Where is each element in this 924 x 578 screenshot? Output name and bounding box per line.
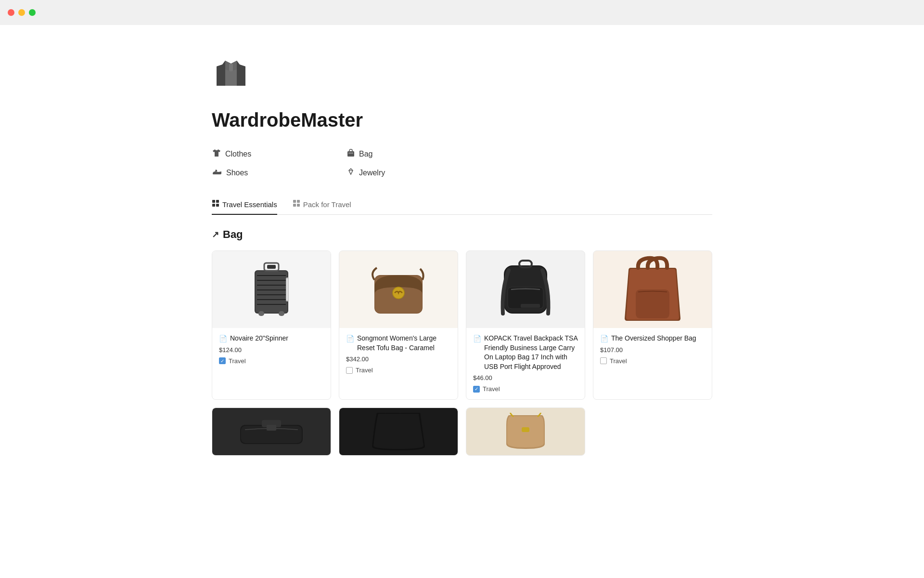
svg-rect-10 (293, 204, 296, 207)
svg-rect-1 (347, 151, 354, 157)
card-tag-3: Travel (483, 385, 500, 393)
card-price-2: $342.00 (346, 355, 451, 363)
section-title: Bag (223, 228, 243, 241)
category-shoes[interactable]: Shoes (212, 165, 318, 180)
jewelry-icon (346, 167, 355, 178)
card-fanny[interactable] (212, 407, 331, 456)
card-tag-4: Travel (610, 357, 627, 365)
svg-rect-24 (279, 311, 284, 316)
cards-grid-bottom (212, 407, 712, 456)
svg-rect-13 (256, 271, 287, 313)
svg-rect-18 (257, 294, 286, 295)
close-button[interactable] (8, 9, 14, 16)
card-price-4: $107.00 (600, 346, 705, 354)
cards-grid: 📄 Novaire 20"Spinner $124.00 Travel (212, 250, 712, 400)
card-image-luggage (212, 251, 331, 328)
shoes-icon (212, 168, 222, 178)
card-tag-row-2: Travel (346, 367, 451, 374)
card-doc-icon-1: 📄 (219, 335, 227, 342)
card-doc-icon-3: 📄 (473, 335, 481, 342)
svg-rect-26 (286, 278, 288, 301)
card-image-crossbody (339, 251, 458, 328)
card-content-shopper: 📄 The Oversized Shopper Bag $107.00 Trav… (593, 328, 712, 371)
card-price-3: $46.00 (473, 374, 578, 381)
card-shopper[interactable]: 📄 The Oversized Shopper Bag $107.00 Trav… (593, 250, 712, 400)
tabs-bar: Travel Essentials Pack for Travel (212, 199, 712, 215)
card-content-crossbody: 📄 Songmont Women's Large Reset Tofu Bag … (339, 328, 458, 381)
card-crossbody[interactable]: 📄 Songmont Women's Large Reset Tofu Bag … (339, 250, 458, 400)
card-name-4: The Oversized Shopper Bag (611, 334, 696, 343)
card-placeholder (593, 407, 712, 456)
svg-rect-39 (522, 427, 529, 432)
card-image-backpack (466, 251, 585, 328)
svg-rect-4 (212, 200, 215, 203)
card-shoulder-tan[interactable] (466, 407, 585, 456)
svg-rect-17 (257, 289, 286, 290)
svg-rect-16 (257, 285, 286, 286)
categories: Clothes Bag Shoes (212, 146, 452, 180)
svg-rect-6 (212, 204, 215, 207)
section-arrow-icon: ↗ (212, 229, 219, 240)
svg-rect-9 (297, 200, 300, 203)
card-doc-icon-2: 📄 (346, 335, 354, 342)
card-name-3: KOPACK Travel Backpack TSA Friendly Busi… (484, 334, 578, 371)
card-tag-2: Travel (356, 367, 373, 374)
svg-rect-8 (293, 200, 296, 203)
jewelry-label: Jewelry (359, 169, 385, 177)
card-tag-row-4: Travel (600, 357, 705, 365)
svg-rect-22 (267, 265, 276, 269)
category-jewelry[interactable]: Jewelry (346, 165, 452, 180)
svg-rect-5 (216, 200, 219, 203)
titlebar (0, 0, 924, 25)
svg-rect-34 (521, 304, 540, 308)
svg-rect-15 (257, 280, 286, 281)
app-icon (212, 54, 712, 98)
shoes-label: Shoes (226, 169, 248, 177)
minimize-button[interactable] (18, 9, 25, 16)
card-name-1: Novaire 20"Spinner (230, 334, 288, 343)
category-bag[interactable]: Bag (346, 146, 452, 161)
tab-grid-icon-2 (293, 199, 300, 209)
tab-pack-for-travel-label: Pack for Travel (303, 200, 351, 209)
card-checkbox-4[interactable] (600, 357, 607, 364)
svg-rect-20 (257, 304, 286, 305)
card-tag-row-1: Travel (219, 357, 324, 365)
card-checkbox-2[interactable] (346, 367, 353, 374)
tab-grid-icon-1 (212, 199, 219, 209)
card-price-1: $124.00 (219, 346, 324, 354)
app-title: WardrobeMaster (212, 109, 712, 131)
card-image-shopper (593, 251, 712, 328)
svg-rect-7 (216, 204, 219, 207)
svg-rect-19 (257, 299, 286, 300)
svg-rect-0 (229, 64, 233, 71)
svg-rect-23 (258, 311, 264, 316)
svg-rect-2 (348, 153, 353, 154)
maximize-button[interactable] (29, 9, 36, 16)
tab-travel-essentials[interactable]: Travel Essentials (212, 199, 277, 215)
card-checkbox-3[interactable] (473, 386, 480, 393)
tab-travel-essentials-label: Travel Essentials (222, 200, 277, 209)
card-content-backpack: 📄 KOPACK Travel Backpack TSA Friendly Bu… (466, 328, 585, 399)
card-checkbox-1[interactable] (219, 357, 226, 364)
category-clothes[interactable]: Clothes (212, 146, 318, 161)
card-content-luggage: 📄 Novaire 20"Spinner $124.00 Travel (212, 328, 331, 371)
svg-rect-14 (257, 275, 286, 276)
card-backpack[interactable]: 📄 KOPACK Travel Backpack TSA Friendly Bu… (466, 250, 585, 400)
card-doc-icon-4: 📄 (600, 335, 608, 342)
section-header-bag: ↗ Bag (212, 228, 712, 241)
clothes-icon (212, 148, 221, 159)
card-luggage[interactable]: 📄 Novaire 20"Spinner $124.00 Travel (212, 250, 331, 400)
svg-rect-11 (297, 204, 300, 207)
clothes-label: Clothes (225, 150, 251, 158)
card-tote-dark[interactable] (339, 407, 458, 456)
svg-rect-38 (267, 425, 276, 431)
bag-icon (346, 148, 355, 159)
card-tag-1: Travel (229, 357, 246, 365)
card-tag-row-3: Travel (473, 385, 578, 393)
bag-label: Bag (359, 150, 372, 158)
tab-pack-for-travel[interactable]: Pack for Travel (293, 199, 351, 215)
card-name-2: Songmont Women's Large Reset Tofu Bag - … (357, 334, 451, 353)
main-content: WardrobeMaster Clothes Bag (173, 25, 751, 475)
